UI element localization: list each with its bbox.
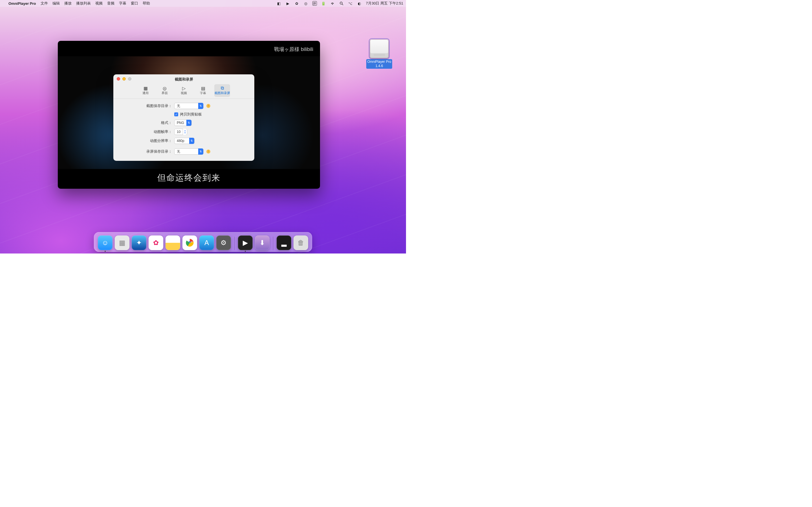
preferences-window: 截图和录屏 ▦ 通用 ◎ 界面 ▷ 视频 ▤ 字幕 ⧉ 截图和录屏 截图保存目录…: [113, 74, 254, 161]
gif-fps-label: 动图帧率：: [121, 129, 174, 134]
dock-launchpad[interactable]: ▦: [115, 235, 130, 250]
tab-general-label: 通用: [138, 91, 153, 95]
dock-separator: [234, 237, 235, 250]
menu-audio[interactable]: 音频: [107, 1, 114, 6]
disk-image-icon: [370, 40, 389, 58]
copy-clipboard-checkbox[interactable]: ✓: [174, 112, 178, 116]
chevron-updown-icon: ⇅: [198, 103, 203, 109]
control-center-icon[interactable]: ⌥: [348, 1, 353, 6]
siri-icon[interactable]: ◐: [357, 1, 362, 6]
record-dir-select[interactable]: 无 ⇅: [174, 149, 204, 155]
zoom-button: [128, 77, 132, 80]
battery-icon[interactable]: 🔋: [321, 1, 326, 6]
user-icon[interactable]: ◎: [303, 1, 308, 6]
status-icon-1[interactable]: ◧: [276, 1, 282, 6]
dock-chrome[interactable]: [183, 235, 197, 250]
dock-player[interactable]: ▶: [238, 235, 253, 250]
tab-general[interactable]: ▦ 通用: [138, 84, 153, 97]
dock-folder[interactable]: ▂: [276, 235, 291, 250]
wifi-icon[interactable]: [330, 1, 335, 6]
dock-separator: [273, 237, 273, 250]
input-method-icon[interactable]: 拼: [312, 1, 317, 6]
crop-icon: ⧉: [214, 86, 230, 91]
tab-subtitle[interactable]: ▤ 字幕: [195, 84, 211, 97]
play-circle-icon: ▷: [176, 86, 192, 91]
format-select[interactable]: PNG ⇅: [174, 120, 192, 126]
subtitle-icon: ▤: [195, 86, 211, 91]
record-dir-value: 无: [174, 149, 183, 154]
menubar-clock[interactable]: 7月30日 周五 下午2:51: [366, 1, 403, 6]
status-icon-2[interactable]: ▶: [285, 1, 290, 6]
desktop-disk-icon[interactable]: OmniPlayer Pro 1.4.6: [365, 40, 393, 69]
tab-interface-label: 界面: [157, 91, 172, 95]
desktop-icon-label-line2: 1.4.6: [375, 64, 383, 68]
dock: ☺ ▦ ✦ ✿ A ⚙ ▶ ⬇ ▂ 🗑: [94, 232, 312, 252]
menu-play[interactable]: 播放: [64, 1, 71, 6]
gif-fps-value: 10: [174, 130, 183, 134]
dock-notes[interactable]: [165, 235, 180, 250]
status-icon-3[interactable]: ✿: [294, 1, 299, 6]
tab-capture[interactable]: ⧉ 截图和录屏: [214, 84, 230, 97]
menu-window[interactable]: 窗口: [131, 1, 138, 6]
menu-subtitle[interactable]: 字幕: [119, 1, 126, 6]
grid-icon: ▦: [138, 86, 153, 91]
video-source-overlay: 戰場ヶ原様 bilibili: [274, 46, 313, 53]
gif-fps-stepper[interactable]: 10 ▲▼: [174, 129, 187, 135]
tab-interface[interactable]: ◎ 界面: [157, 84, 172, 97]
gif-res-label: 动图分辨率：: [121, 138, 174, 144]
menu-edit[interactable]: 编辑: [52, 1, 60, 6]
copy-clipboard-label: 拷贝到剪贴板: [180, 112, 202, 117]
menu-file[interactable]: 文件: [41, 1, 48, 6]
interface-icon: ◎: [157, 86, 172, 91]
dock-appstore[interactable]: A: [199, 235, 214, 250]
video-subtitle: 但命运终会到来: [58, 172, 320, 184]
format-value: PNG: [174, 121, 186, 125]
close-button[interactable]: [117, 77, 120, 80]
menu-bar: OmniPlayer Pro 文件 编辑 播放 播放列表 视频 音频 字幕 窗口…: [0, 0, 406, 7]
record-dir-label: 录屏保存目录：: [121, 149, 174, 154]
chevron-updown-icon: ⇅: [186, 120, 192, 126]
spotlight-icon[interactable]: [339, 1, 344, 6]
tab-video[interactable]: ▷ 视频: [176, 84, 192, 97]
tab-video-label: 视频: [176, 91, 192, 95]
svg-point-0: [340, 2, 342, 4]
minimize-button[interactable]: [122, 77, 126, 80]
chevron-updown-icon: ⇅: [189, 138, 194, 144]
dock-safari[interactable]: ✦: [132, 235, 146, 250]
stepper-arrows-icon: ▲▼: [183, 129, 187, 135]
dock-trash[interactable]: 🗑: [294, 235, 308, 250]
menu-video[interactable]: 视频: [95, 1, 103, 6]
chevron-updown-icon: ⇅: [198, 149, 203, 155]
gif-res-value: 480p: [174, 139, 187, 143]
screenshot-dir-value: 无: [174, 104, 183, 108]
desktop-icon-label-line1: OmniPlayer Pro: [367, 60, 391, 64]
warning-icon[interactable]: !: [206, 150, 210, 154]
tab-subtitle-label: 字幕: [195, 91, 211, 95]
dock-finder[interactable]: ☺: [98, 235, 112, 250]
prefs-toolbar: ▦ 通用 ◎ 界面 ▷ 视频 ▤ 字幕 ⧉ 截图和录屏: [113, 82, 254, 99]
window-controls: [117, 77, 132, 80]
screenshot-dir-select[interactable]: 无 ⇅: [174, 103, 204, 109]
tab-capture-label: 截图和录屏: [214, 91, 230, 95]
prefs-window-title: 截图和录屏: [113, 74, 254, 82]
menu-playlist[interactable]: 播放列表: [76, 1, 91, 6]
prefs-form: 截图保存目录： 无 ⇅ ! ✓ 拷贝到剪贴板 格式： PNG ⇅ 动图帧率：: [113, 99, 254, 161]
dock-settings[interactable]: ⚙: [216, 235, 231, 250]
app-menu[interactable]: OmniPlayer Pro: [8, 1, 36, 6]
desktop-icon-label: OmniPlayer Pro 1.4.6: [366, 59, 393, 69]
gif-res-select[interactable]: 480p ⇅: [174, 138, 195, 144]
svg-line-1: [342, 4, 343, 5]
menu-help[interactable]: 帮助: [143, 1, 150, 6]
warning-icon[interactable]: !: [206, 104, 210, 108]
dock-downloads[interactable]: ⬇: [255, 235, 269, 250]
dock-photos[interactable]: ✿: [149, 235, 163, 250]
screenshot-dir-label: 截图保存目录：: [121, 103, 174, 108]
format-label: 格式：: [121, 120, 174, 125]
